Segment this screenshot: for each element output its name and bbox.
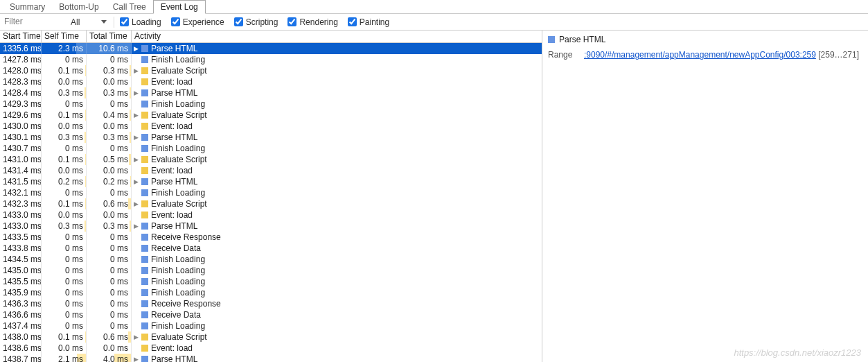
expand-arrow-icon[interactable]: ▶	[133, 221, 139, 232]
activity-label: Event: load	[151, 165, 193, 176]
toolbar-divider	[114, 17, 114, 28]
activity-label: Finish Loading	[151, 54, 205, 65]
activity-label: Finish Loading	[151, 276, 205, 287]
scripting-swatch-icon	[141, 112, 148, 119]
activity-label: Finish Loading	[151, 98, 205, 110]
toolbar: All LoadingExperienceScriptingRenderingP…	[0, 14, 868, 31]
activity-label: Finish Loading	[151, 320, 205, 331]
expand-arrow-icon[interactable]: ▶	[133, 43, 139, 54]
table-row[interactable]: 1431.4 ms0.0 ms0.0 msEvent: load	[0, 165, 542, 176]
table-row[interactable]: 1437.4 ms0 ms0 msFinish Loading	[0, 320, 542, 331]
loading-swatch-icon	[141, 101, 148, 107]
loading-swatch-icon	[141, 300, 148, 307]
checkbox-rendering[interactable]	[287, 17, 296, 26]
checkbox-experience[interactable]	[171, 17, 180, 26]
table-row[interactable]: 1435.0 ms0 ms0 msFinish Loading	[0, 265, 542, 276]
filter-category-value: All	[71, 17, 80, 27]
table-row[interactable]: 1435.9 ms0 ms0 msFinish Loading	[0, 287, 542, 298]
filter-check-label: Scripting	[246, 17, 278, 27]
expand-arrow-icon[interactable]: ▶	[133, 132, 139, 143]
table-row[interactable]: 1430.1 ms0.3 ms0.3 ms▶Parse HTML	[0, 132, 542, 143]
table-row[interactable]: 1438.6 ms0.0 ms0.0 msEvent: load	[0, 343, 542, 354]
scripting-swatch-icon	[141, 123, 148, 130]
table-row[interactable]: 1428.4 ms0.3 ms0.3 ms▶Parse HTML	[0, 87, 542, 98]
table-row[interactable]: 1335.6 ms2.3 ms10.6 ms▶Parse HTML	[0, 43, 542, 54]
activity-label: Parse HTML	[151, 176, 197, 187]
table-row[interactable]: 1431.5 ms0.2 ms0.2 ms▶Parse HTML	[0, 176, 542, 187]
tab-bottom-up[interactable]: Bottom-Up	[52, 1, 105, 13]
table-row[interactable]: 1430.0 ms0.0 ms0.0 msEvent: load	[0, 121, 542, 132]
expand-arrow-icon[interactable]: ▶	[133, 176, 139, 187]
expand-arrow-icon[interactable]: ▶	[133, 87, 139, 98]
filter-check-rendering[interactable]: Rendering	[287, 17, 337, 27]
table-row[interactable]: 1429.6 ms0.1 ms0.4 ms▶Evaluate Script	[0, 110, 542, 121]
loading-swatch-icon	[141, 178, 148, 185]
table-row[interactable]: 1433.5 ms0 ms0 msReceive Response	[0, 232, 542, 243]
filter-check-loading[interactable]: Loading	[120, 17, 161, 27]
table-row[interactable]: 1433.0 ms0.3 ms0.3 ms▶Parse HTML	[0, 221, 542, 232]
col-header-self-time[interactable]: Self Time	[42, 31, 87, 42]
table-row[interactable]: 1431.0 ms0.1 ms0.5 ms▶Evaluate Script	[0, 154, 542, 165]
activity-label: Parse HTML	[151, 221, 197, 232]
col-header-total-time[interactable]: Total Time	[87, 31, 132, 42]
table-row[interactable]: 1432.1 ms0 ms0 msFinish Loading	[0, 187, 542, 198]
table-row[interactable]: 1427.8 ms0 ms0 msFinish Loading	[0, 54, 542, 65]
expand-arrow-icon[interactable]: ▶	[133, 198, 139, 209]
filter-check-experience[interactable]: Experience	[171, 17, 224, 27]
filter-category-select[interactable]: All	[69, 17, 108, 27]
filter-check-painting[interactable]: Painting	[348, 17, 389, 27]
expand-arrow-icon[interactable]: ▶	[133, 354, 139, 362]
table-row[interactable]: 1429.3 ms0 ms0 msFinish Loading	[0, 98, 542, 110]
activity-label: Event: load	[151, 76, 193, 87]
loading-swatch-icon	[141, 56, 148, 63]
table-row[interactable]: 1436.6 ms0 ms0 msReceive Data	[0, 309, 542, 320]
activity-label: Finish Loading	[151, 143, 205, 154]
expand-arrow-icon[interactable]: ▶	[133, 110, 139, 121]
table-row[interactable]: 1432.3 ms0.1 ms0.6 ms▶Evaluate Script	[0, 198, 542, 209]
expand-arrow-icon[interactable]: ▶	[133, 331, 139, 343]
table-row[interactable]: 1428.0 ms0.1 ms0.3 ms▶Evaluate Script	[0, 65, 542, 76]
expand-arrow-icon[interactable]: ▶	[133, 154, 139, 165]
loading-swatch-icon	[141, 278, 148, 285]
activity-label: Parse HTML	[151, 132, 197, 143]
activity-label: Evaluate Script	[151, 198, 207, 209]
tab-event-log[interactable]: Event Log	[153, 0, 206, 14]
checkbox-scripting[interactable]	[234, 17, 243, 26]
table-row[interactable]: 1438.7 ms2.1 ms4.0 ms▶Parse HTML	[0, 354, 542, 362]
table-row[interactable]: 1436.3 ms0 ms0 msReceive Response	[0, 298, 542, 309]
table-row[interactable]: 1430.7 ms0 ms0 msFinish Loading	[0, 143, 542, 154]
loading-swatch-icon	[141, 134, 148, 141]
scripting-swatch-icon	[141, 156, 148, 163]
tab-summary[interactable]: Summary	[3, 1, 52, 13]
activity-label: Parse HTML	[151, 43, 197, 54]
activity-label: Parse HTML	[151, 354, 197, 362]
table-body[interactable]: 1335.6 ms2.3 ms10.6 ms▶Parse HTML1427.8 …	[0, 43, 542, 362]
scripting-swatch-icon	[141, 212, 148, 218]
loading-swatch-icon	[141, 189, 148, 196]
filter-check-label: Loading	[132, 17, 161, 27]
detail-range-link[interactable]: :9090/#/management/appManagement/newAppC…	[584, 50, 816, 60]
col-header-activity[interactable]: Activity	[132, 31, 542, 42]
table-row[interactable]: 1434.5 ms0 ms0 msFinish Loading	[0, 254, 542, 265]
activity-label: Evaluate Script	[151, 110, 207, 121]
loading-swatch-icon	[141, 89, 148, 96]
tab-call-tree[interactable]: Call Tree	[106, 1, 153, 13]
loading-swatch-icon	[141, 356, 148, 362]
filter-check-scripting[interactable]: Scripting	[234, 17, 278, 27]
tabs-bar: SummaryBottom-UpCall TreeEvent Log	[0, 0, 868, 14]
filter-input[interactable]	[3, 16, 64, 28]
detail-pane: Parse HTML Range :9090/#/management/appM…	[542, 31, 868, 362]
activity-label: Receive Response	[151, 232, 221, 243]
table-row[interactable]: 1438.0 ms0.1 ms0.6 ms▶Evaluate Script	[0, 331, 542, 343]
checkbox-painting[interactable]	[348, 17, 357, 26]
checkbox-loading[interactable]	[120, 17, 129, 26]
col-header-start-time[interactable]: Start Time	[0, 31, 42, 42]
loading-swatch-icon	[141, 311, 148, 318]
table-row[interactable]: 1435.5 ms0 ms0 msFinish Loading	[0, 276, 542, 287]
table-row[interactable]: 1428.3 ms0.0 ms0.0 msEvent: load	[0, 76, 542, 87]
loading-swatch-icon	[141, 145, 148, 152]
table-row[interactable]: 1433.8 ms0 ms0 msReceive Data	[0, 243, 542, 254]
loading-swatch-icon	[141, 267, 148, 274]
table-row[interactable]: 1433.0 ms0.0 ms0.0 msEvent: load	[0, 209, 542, 221]
expand-arrow-icon[interactable]: ▶	[133, 65, 139, 76]
